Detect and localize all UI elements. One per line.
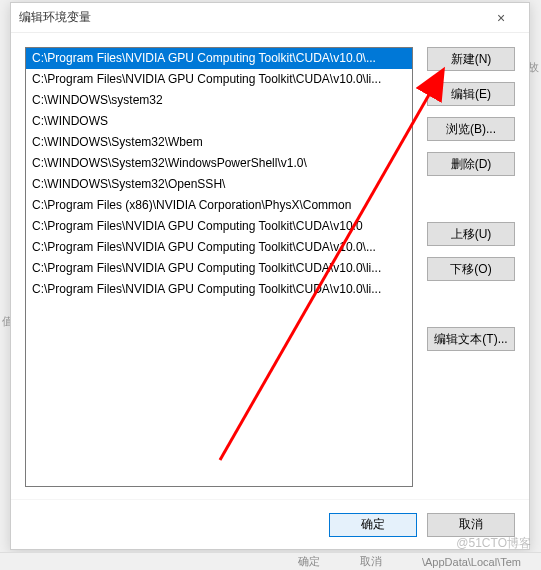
list-item[interactable]: C:\WINDOWS\system32 [26, 90, 412, 111]
list-item[interactable]: C:\Program Files\NVIDIA GPU Computing To… [26, 69, 412, 90]
edit-button[interactable]: 编辑(E) [427, 82, 515, 106]
button-sidebar: 新建(N) 编辑(E) 浏览(B)... 删除(D) 上移(U) 下移(O) 编… [427, 47, 515, 499]
move-up-button[interactable]: 上移(U) [427, 222, 515, 246]
close-button[interactable]: × [481, 4, 521, 32]
dialog-footer: 确定 取消 [11, 499, 529, 549]
list-item[interactable]: C:\Program Files\NVIDIA GPU Computing To… [26, 48, 412, 69]
cancel-button[interactable]: 取消 [427, 513, 515, 537]
ok-button[interactable]: 确定 [329, 513, 417, 537]
list-item[interactable]: C:\Program Files\NVIDIA GPU Computing To… [26, 279, 412, 300]
list-item[interactable]: C:\Program Files\NVIDIA GPU Computing To… [26, 237, 412, 258]
edit-text-button[interactable]: 编辑文本(T)... [427, 327, 515, 351]
list-item[interactable]: C:\Program Files\NVIDIA GPU Computing To… [26, 216, 412, 237]
bg-path: \AppData\Local\Tem [422, 556, 521, 568]
move-down-button[interactable]: 下移(O) [427, 257, 515, 281]
bg-cancel: 取消 [360, 554, 382, 569]
new-button[interactable]: 新建(N) [427, 47, 515, 71]
watermark: @51CTO博客 [456, 535, 531, 552]
delete-button[interactable]: 删除(D) [427, 152, 515, 176]
bg-parent-footer: 确定 取消 \AppData\Local\Tem [0, 552, 541, 570]
dialog-body: C:\Program Files\NVIDIA GPU Computing To… [11, 33, 529, 499]
bg-ok: 确定 [298, 554, 320, 569]
dialog-title: 编辑环境变量 [19, 9, 481, 26]
path-listbox[interactable]: C:\Program Files\NVIDIA GPU Computing To… [25, 47, 413, 487]
list-item[interactable]: C:\WINDOWS\System32\WindowsPowerShell\v1… [26, 153, 412, 174]
list-item[interactable]: C:\Program Files (x86)\NVIDIA Corporatio… [26, 195, 412, 216]
list-item[interactable]: C:\WINDOWS\System32\Wbem [26, 132, 412, 153]
list-item[interactable]: C:\Program Files\NVIDIA GPU Computing To… [26, 258, 412, 279]
browse-button[interactable]: 浏览(B)... [427, 117, 515, 141]
list-item[interactable]: C:\WINDOWS\System32\OpenSSH\ [26, 174, 412, 195]
titlebar: 编辑环境变量 × [11, 3, 529, 33]
list-item[interactable]: C:\WINDOWS [26, 111, 412, 132]
edit-env-var-dialog: 编辑环境变量 × C:\Program Files\NVIDIA GPU Com… [10, 2, 530, 550]
